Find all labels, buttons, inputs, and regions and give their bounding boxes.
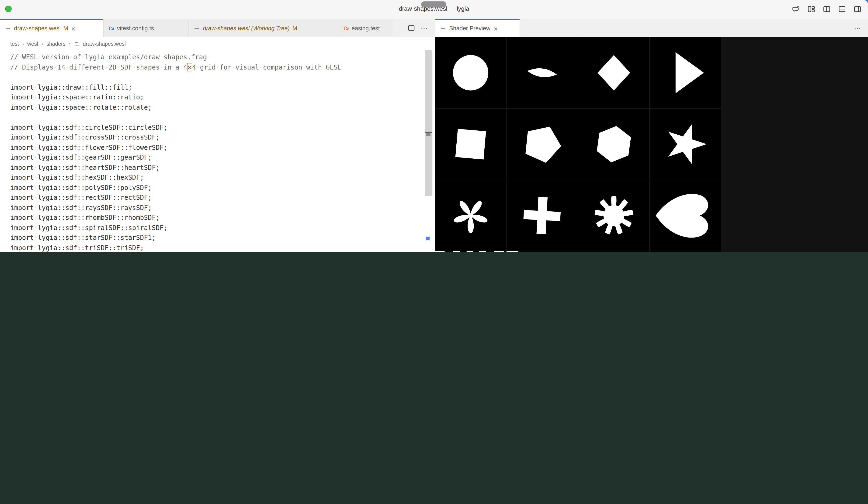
code-line-12[interactable]: import·lygia::sdf::heartSDF::heartSDF;: [10, 163, 435, 173]
overview-ruler-cursor-block: [426, 133, 431, 136]
code-line-17[interactable]: import·lygia::sdf::rhombSDF::rhombSDF;: [10, 213, 435, 223]
preview-cell-hexagon: [578, 109, 650, 180]
code-line-2[interactable]: //·Displays·14·different·2D·SDF·shapes·i…: [10, 62, 435, 72]
rays-shape: [435, 251, 506, 252]
triangle-shape: [650, 37, 721, 108]
square-shape: [435, 109, 506, 180]
tab-easing-test[interactable]: TSeasing.test: [338, 19, 393, 37]
tab-label: easing.test: [352, 25, 380, 31]
gear-shape: [578, 180, 649, 251]
unicode-highlight: ×: [188, 63, 192, 71]
preview-cell-pentagon: [507, 109, 578, 180]
tab-draw-shapes-wesl-working-tree[interactable]: draw-shapes.wesl (Working Tree)M: [189, 19, 338, 37]
tab-label: vitest.config.ts: [117, 25, 154, 31]
chevron-right-icon: ›: [22, 41, 24, 47]
editor-group-2: Shader Preview×⋯: [435, 19, 868, 252]
more-actions-icon[interactable]: ⋯: [854, 23, 861, 32]
preview-cell-flower: [435, 180, 507, 251]
breadcrumb-item-wesl[interactable]: wesl: [27, 41, 38, 47]
preview-cell-triangle: [650, 37, 721, 109]
breadcrumb-item-shaders[interactable]: shaders: [46, 41, 65, 47]
tab-label: draw-shapes.wesl: [14, 25, 61, 32]
tab-bar-group1: draw-shapes.weslM×TSvitest.config.tsdraw…: [0, 19, 435, 37]
file-list-icon: [440, 25, 446, 32]
code-line-19[interactable]: import·lygia::sdf::starSDF::starSDF1;: [10, 233, 435, 243]
preview-cell-vesica: [507, 37, 578, 109]
vscode-window: draw-shapes.wesl — lygia draw-shapes.wes…: [0, 0, 868, 252]
modified-badge: M: [292, 25, 297, 31]
editor-scrollbar[interactable]: [425, 50, 432, 252]
file-list-icon: [5, 25, 11, 32]
tab-vitest-config-ts[interactable]: TSvitest.config.ts: [104, 19, 189, 37]
preview-cell-square: [435, 109, 507, 180]
flower-shape: [435, 180, 506, 251]
preview-cell-star: [650, 109, 721, 180]
preview-cell-heart: [650, 180, 721, 251]
close-tab-icon[interactable]: ×: [71, 25, 76, 32]
heart-shape: [650, 180, 721, 251]
editor-area: draw-shapes.weslM×TSvitest.config.tsdraw…: [0, 19, 868, 252]
split-editor-icon[interactable]: [823, 5, 831, 13]
split-editor-icon[interactable]: [407, 24, 415, 31]
preview-cell-empty: [578, 251, 650, 252]
typescript-icon: TS: [108, 26, 114, 31]
pentagon-shape: [507, 109, 578, 180]
titlebar: draw-shapes.wesl — lygia: [0, 0, 868, 19]
tab-label: draw-shapes.wesl (Working Tree): [203, 25, 290, 31]
code-line-1[interactable]: //·WESL·version·of·lygia_examples/draw_s…: [10, 52, 435, 62]
breadcrumb-item-test[interactable]: test: [10, 41, 19, 47]
code-line-11[interactable]: import·lygia::sdf::gearSDF::gearSDF;: [10, 153, 435, 163]
editor-group-1: draw-shapes.weslM×TSvitest.config.tsdraw…: [0, 19, 435, 252]
code-line-7[interactable]: [10, 112, 435, 122]
vesica-shape: [507, 37, 578, 108]
scrollbar-thumb[interactable]: [425, 50, 432, 196]
preview-cell-empty: [650, 251, 721, 252]
modified-badge: M: [63, 25, 68, 32]
titlebar-actions: [792, 5, 861, 13]
copilot-chat-icon[interactable]: [792, 5, 800, 13]
code-line-9[interactable]: import·lygia::sdf::crossSDF::crossSDF;: [10, 132, 435, 143]
shader-preview-canvas: [435, 37, 721, 252]
tab-shader-preview[interactable]: Shader Preview×: [435, 19, 520, 37]
star-shape: [650, 109, 721, 180]
overview-ruler-info-marker: [426, 236, 430, 240]
code-line-16[interactable]: import·lygia::sdf::raysSDF::raysSDF;: [10, 203, 435, 213]
overview-ruler-cursor-marker: [425, 132, 432, 133]
code-lines: //·WESL·version·of·lygia_examples/draw_s…: [0, 50, 435, 252]
code-line-14[interactable]: import·lygia::sdf::polySDF::polySDF;: [10, 183, 435, 193]
circle-shape: [435, 37, 506, 108]
preview-cell-rhomb: [578, 37, 650, 109]
code-line-15[interactable]: import·lygia::sdf::rectSDF::rectSDF;: [10, 193, 435, 203]
preview-cell-spiral: [507, 251, 578, 252]
screen: draw-shapes.wesl — lygia draw-shapes.wes…: [0, 0, 868, 252]
cross-shape: [507, 180, 578, 251]
rhomb-shape: [578, 37, 649, 108]
code-line-18[interactable]: import·lygia::sdf::spiralSDF::spiralSDF;: [10, 223, 435, 233]
chevron-right-icon: ›: [41, 41, 43, 47]
editor-group-actions: ⋯: [847, 19, 868, 37]
code-line-8[interactable]: import·lygia::sdf::circleSDF::circleSDF;: [10, 122, 435, 132]
code-line-20[interactable]: import·lygia::sdf::triSDF::triSDF;: [10, 243, 435, 252]
code-line-5[interactable]: import·lygia::space::ratio::ratio;: [10, 92, 435, 102]
chevron-right-icon: ›: [69, 41, 71, 47]
editor-group-actions: ⋯: [401, 19, 435, 37]
code-line-10[interactable]: import·lygia::sdf::flowerSDF::flowerSDF;: [10, 143, 435, 153]
code-line-13[interactable]: import·lygia::sdf::hexSDF::hexSDF;: [10, 173, 435, 183]
code-line-3[interactable]: [10, 72, 435, 82]
tab-draw-shapes-wesl[interactable]: draw-shapes.weslM×: [0, 19, 104, 37]
file-list-icon: [194, 25, 200, 31]
window-title: draw-shapes.wesl — lygia: [0, 0, 868, 19]
close-tab-icon[interactable]: ×: [493, 25, 498, 32]
breadcrumb-file[interactable]: draw-shapes.wesl: [74, 41, 126, 47]
code-line-4[interactable]: import·lygia::draw::fill::fill;: [10, 82, 435, 92]
code-editor[interactable]: //·WESL·version·of·lygia_examples/draw_s…: [0, 50, 435, 252]
panel-bottom-icon[interactable]: [838, 5, 846, 13]
preview-cell-rays: [435, 251, 507, 252]
spiral-shape: [507, 251, 578, 252]
code-line-6[interactable]: import·lygia::space::rotate::rotate;: [10, 102, 435, 112]
customize-layout-icon[interactable]: [807, 5, 815, 13]
more-actions-icon[interactable]: ⋯: [421, 23, 428, 32]
panel-right-icon[interactable]: [854, 5, 861, 13]
preview-cell-cross: [507, 180, 578, 251]
tab-label: Shader Preview: [449, 25, 490, 32]
